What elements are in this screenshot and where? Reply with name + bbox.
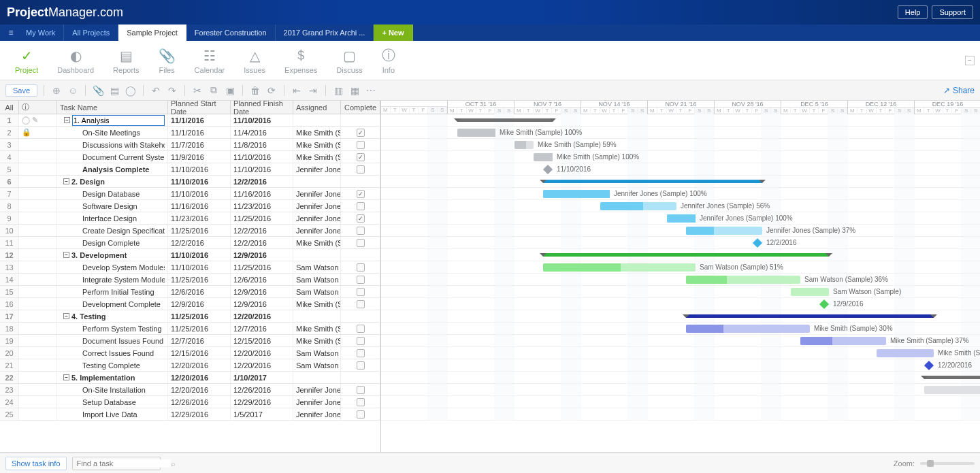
milestone[interactable] <box>543 165 553 174</box>
assigned-cell[interactable]: Sam Watson (S <box>293 274 341 285</box>
assigned-cell[interactable] <box>293 114 341 126</box>
summary-bar[interactable] <box>457 118 553 122</box>
finish-cell[interactable]: 11/25/2016 <box>231 261 293 273</box>
start-cell[interactable]: 11/25/2016 <box>168 225 231 236</box>
task-cell[interactable]: Correct Issues Found <box>57 347 168 359</box>
complete-cell[interactable] <box>341 310 380 322</box>
complete-checkbox[interactable] <box>357 325 365 333</box>
finish-cell[interactable]: 12/7/2016 <box>231 323 293 334</box>
finish-cell[interactable]: 1/10/2017 <box>231 372 293 383</box>
assigned-cell[interactable]: Mike Smith (Sa <box>293 237 341 248</box>
assigned-cell[interactable]: Mike Smith (Sa <box>293 335 341 346</box>
assigned-cell[interactable] <box>293 372 341 383</box>
grid-row[interactable]: 18Perform System Testing11/25/201612/7/2… <box>0 323 380 335</box>
columns-icon[interactable]: ▥ <box>332 84 344 97</box>
grid-body[interactable]: 1◯ ✎−11/1/201611/10/20162🔒On-Site Meetin… <box>0 114 380 452</box>
col-task-name[interactable]: Task Name <box>57 101 168 114</box>
complete-cell[interactable] <box>341 359 380 371</box>
task-bar[interactable]: Sam Watson (Sample) 51% <box>543 263 696 272</box>
task-bar[interactable]: Mike Smith (Sample) 100% <box>457 129 495 137</box>
start-cell[interactable]: 11/1/2016 <box>168 127 231 138</box>
complete-cell[interactable]: ✓ <box>341 151 380 163</box>
assigned-cell[interactable]: Mike Smith (Sa <box>293 139 341 150</box>
complete-cell[interactable] <box>341 249 380 261</box>
indent-icon[interactable]: ⇥ <box>307 84 319 97</box>
complete-cell[interactable] <box>341 347 380 359</box>
grid-row[interactable]: 6−2. Design11/10/201612/2/2016 <box>0 176 380 188</box>
task-bar[interactable]: Sam Watson (Sample) 36% <box>686 276 800 284</box>
task-bar[interactable]: Mike Smith (Sample) 59% <box>514 141 534 149</box>
complete-checkbox[interactable] <box>357 410 365 419</box>
assigned-cell[interactable]: Mike Smith (Sa <box>293 127 341 138</box>
grid-row[interactable]: 15Perform Initial Testing12/6/201612/9/2… <box>0 286 380 298</box>
complete-cell[interactable] <box>341 225 380 236</box>
milestone[interactable] <box>819 299 829 309</box>
complete-checkbox[interactable] <box>357 398 365 406</box>
section-calendar[interactable]: ☷Calendar <box>195 47 225 74</box>
task-cell[interactable]: Development Complete <box>57 298 168 310</box>
complete-checkbox[interactable] <box>357 337 365 345</box>
complete-checkbox[interactable] <box>357 349 365 357</box>
cut-icon[interactable]: ✂ <box>191 84 203 97</box>
complete-cell[interactable] <box>341 274 380 285</box>
complete-cell[interactable] <box>341 163 380 175</box>
find-task-input[interactable] <box>77 459 171 468</box>
start-cell[interactable]: 12/7/2016 <box>168 335 231 346</box>
tab-forester[interactable]: Forester Construction <box>186 25 276 41</box>
collapse-toggle[interactable]: − <box>64 117 70 123</box>
share-button[interactable]: ↗Share <box>943 86 975 95</box>
col-assigned[interactable]: Assigned <box>293 101 341 114</box>
complete-cell[interactable]: ✓ <box>341 188 380 199</box>
assigned-cell[interactable] <box>293 310 341 322</box>
finish-cell[interactable]: 11/23/2016 <box>231 200 293 212</box>
start-cell[interactable]: 11/7/2016 <box>168 139 231 150</box>
menu-icon[interactable]: ≡ <box>4 25 18 41</box>
assigned-cell[interactable]: Jennifer Jones <box>293 163 341 175</box>
complete-checkbox[interactable]: ✓ <box>357 190 365 198</box>
tab-sample-project[interactable]: Sample Project <box>118 25 186 41</box>
task-bar[interactable]: Mike Smith (Sample) 37% <box>800 337 886 345</box>
grid-row[interactable]: 2🔒On-Site Meetings11/1/201611/4/2016Mike… <box>0 127 380 139</box>
finish-cell[interactable]: 11/25/2016 <box>231 212 293 224</box>
show-task-info-button[interactable]: Show task info <box>5 457 67 470</box>
find-task-search[interactable]: ⌕ <box>72 457 161 470</box>
start-cell[interactable]: 12/2/2016 <box>168 237 231 248</box>
finish-cell[interactable]: 12/9/2016 <box>231 249 293 261</box>
undo-icon[interactable]: ↶ <box>150 84 162 97</box>
section-info[interactable]: ⓘInfo <box>382 47 395 74</box>
collapse-toggle[interactable]: − <box>63 374 69 380</box>
start-cell[interactable]: 12/20/2016 <box>168 372 231 383</box>
finish-cell[interactable]: 12/26/2016 <box>231 384 293 395</box>
complete-cell[interactable] <box>341 408 380 420</box>
task-bar[interactable]: Sam Watson (Sample) <box>791 288 829 296</box>
finish-cell[interactable]: 12/15/2016 <box>231 335 293 346</box>
tab-new[interactable]: + New <box>374 25 412 41</box>
finish-cell[interactable]: 11/4/2016 <box>231 127 293 138</box>
task-cell[interactable]: Integrate System Module <box>57 274 168 285</box>
assigned-cell[interactable]: Jennifer Jones <box>293 408 341 420</box>
start-cell[interactable]: 11/9/2016 <box>168 151 231 163</box>
start-cell[interactable]: 11/10/2016 <box>168 249 231 261</box>
grid-row[interactable]: 7Design Database11/10/201611/16/2016Jenn… <box>0 188 380 200</box>
start-cell[interactable]: 12/26/2016 <box>168 396 231 408</box>
collapse-toggle[interactable]: − <box>63 252 69 258</box>
grid-row[interactable]: 20Correct Issues Found12/15/201612/20/20… <box>0 347 380 359</box>
grid-row[interactable]: 21Testing Complete12/20/201612/20/2016Sa… <box>0 359 380 372</box>
complete-checkbox[interactable] <box>357 227 365 235</box>
complete-checkbox[interactable] <box>357 288 365 296</box>
complete-cell[interactable] <box>341 384 380 395</box>
summary-bar[interactable] <box>543 253 829 257</box>
help-button[interactable]: Help <box>898 5 928 19</box>
collapse-toggle[interactable]: − <box>63 313 69 319</box>
finish-cell[interactable]: 11/16/2016 <box>231 188 293 199</box>
finish-cell[interactable]: 12/6/2016 <box>231 274 293 285</box>
gantt-pane[interactable]: MTWTFSSOCT 31 '16MTWTFSSNOV 7 '16MTWTFSS… <box>381 101 980 452</box>
start-cell[interactable]: 11/10/2016 <box>168 176 231 187</box>
start-cell[interactable]: 11/25/2016 <box>168 310 231 322</box>
assigned-cell[interactable]: Mike Smith (Sa <box>293 151 341 163</box>
start-cell[interactable]: 11/25/2016 <box>168 323 231 334</box>
complete-checkbox[interactable] <box>357 361 365 370</box>
start-cell[interactable]: 12/6/2016 <box>168 286 231 297</box>
col-info-icon[interactable]: ⓘ <box>19 101 57 114</box>
assigned-cell[interactable] <box>293 176 341 187</box>
